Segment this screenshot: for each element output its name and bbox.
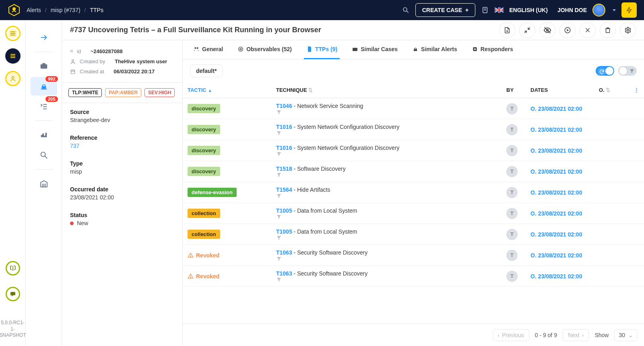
- create-case-button[interactable]: CREATE CASE +: [415, 3, 476, 17]
- breadcrumb-misp[interactable]: misp (#737): [51, 7, 80, 13]
- docs-icon[interactable]: [481, 6, 489, 14]
- by-avatar[interactable]: T: [506, 208, 518, 219]
- tactic-pill[interactable]: discovery: [188, 125, 220, 134]
- avatar[interactable]: [592, 4, 605, 17]
- funnel-icon[interactable]: [276, 172, 506, 178]
- filter-toggle[interactable]: [618, 66, 637, 76]
- technique-id[interactable]: T1564: [276, 186, 292, 193]
- prev-button[interactable]: ‹Previous: [493, 329, 529, 341]
- by-avatar[interactable]: T: [506, 229, 518, 240]
- next-button[interactable]: Next›: [563, 329, 589, 341]
- by-avatar[interactable]: T: [506, 145, 518, 156]
- breadcrumb-alerts[interactable]: Alerts: [27, 7, 41, 13]
- date-cell[interactable]: O. 23/08/2021 02:00: [530, 210, 599, 217]
- by-avatar[interactable]: T: [506, 271, 518, 282]
- run-button[interactable]: [559, 22, 576, 38]
- tab-general[interactable]: General: [191, 40, 225, 59]
- date-cell[interactable]: O. 23/08/2021 02:00: [530, 106, 599, 112]
- nav-tasks[interactable]: 205: [31, 97, 57, 116]
- funnel-icon[interactable]: [276, 151, 506, 157]
- tactic-pill[interactable]: defense-evasion: [188, 188, 237, 197]
- col-tactic[interactable]: TACTIC▲: [188, 87, 276, 93]
- language-selector[interactable]: ENGLISH (UK): [509, 7, 548, 13]
- table-row[interactable]: discoveryT1016 - System Network Configur…: [183, 119, 644, 140]
- by-avatar[interactable]: T: [506, 187, 518, 198]
- technique-id[interactable]: T1016: [276, 124, 292, 130]
- technique-id[interactable]: T1005: [276, 228, 292, 235]
- technique-id[interactable]: T1518: [276, 166, 292, 172]
- col-by[interactable]: BY: [506, 87, 530, 93]
- tactic-pill[interactable]: discovery: [188, 167, 220, 176]
- bolt-button[interactable]: [621, 2, 637, 18]
- chat-icon[interactable]: [6, 287, 20, 301]
- tactic-pill[interactable]: discovery: [188, 104, 220, 113]
- col-o[interactable]: O. ⇅: [599, 87, 623, 93]
- funnel-icon[interactable]: [276, 214, 506, 220]
- date-cell[interactable]: O. 23/08/2021 02:00: [530, 189, 599, 196]
- reference-link[interactable]: 737: [70, 143, 174, 149]
- by-avatar[interactable]: T: [506, 166, 518, 177]
- table-row[interactable]: discoveryT1518 - Software Discovery TO. …: [183, 161, 644, 182]
- nav-dashboards[interactable]: [31, 126, 57, 144]
- brain-icon[interactable]: [6, 261, 20, 276]
- table-row[interactable]: defense-evasionT1564 - Hide Artifacts TO…: [183, 182, 644, 203]
- date-cell[interactable]: O. 23/08/2021 02:00: [530, 126, 599, 133]
- app-logo[interactable]: [7, 3, 21, 17]
- tlp-tag[interactable]: TLP:WHITE: [68, 88, 102, 97]
- technique-id[interactable]: T1016: [276, 145, 292, 151]
- date-cell[interactable]: O. 23/08/2021 02:00: [530, 147, 599, 154]
- org-icon-2[interactable]: [5, 48, 21, 64]
- tab-similar-alerts[interactable]: Similar Alerts: [410, 40, 460, 59]
- table-row[interactable]: RevokedT1063 - Security Software Discove…: [183, 245, 644, 266]
- nav-enter[interactable]: [31, 28, 57, 47]
- date-cell[interactable]: O. 23/08/2021 02:00: [530, 273, 599, 280]
- nav-cases[interactable]: [31, 57, 57, 75]
- tactic-pill[interactable]: collection: [188, 209, 220, 218]
- date-cell[interactable]: O. 23/08/2021 02:00: [530, 252, 599, 259]
- col-technique[interactable]: TECHNIQUE ⇅: [276, 87, 506, 93]
- technique-id[interactable]: T1046: [276, 103, 292, 109]
- close-button[interactable]: [580, 22, 596, 38]
- delete-button[interactable]: [600, 22, 616, 38]
- chevron-down-icon[interactable]: [613, 9, 616, 11]
- technique-id[interactable]: T1063: [276, 249, 292, 256]
- collapse-button[interactable]: [519, 22, 535, 38]
- table-row[interactable]: RevokedT1063 - Security Software Discove…: [183, 266, 644, 287]
- funnel-icon[interactable]: [276, 193, 506, 199]
- page-size-select[interactable]: 30⌄: [614, 329, 638, 341]
- by-avatar[interactable]: T: [506, 250, 518, 261]
- username-label[interactable]: JOHN DOE: [557, 7, 587, 13]
- by-avatar[interactable]: T: [506, 103, 518, 114]
- hide-button[interactable]: [539, 22, 555, 38]
- table-row[interactable]: collectionT1005 - Data from Local System…: [183, 224, 644, 245]
- tab-observables[interactable]: Observables (52): [235, 40, 294, 59]
- col-dates[interactable]: DATES: [530, 87, 599, 93]
- new-file-button[interactable]: [499, 22, 515, 38]
- settings-button[interactable]: [620, 22, 636, 38]
- org-icon-1[interactable]: [5, 26, 21, 41]
- nav-alerts[interactable]: 992: [31, 77, 57, 95]
- nav-search[interactable]: [31, 146, 57, 164]
- technique-id[interactable]: T1005: [276, 207, 292, 214]
- nav-org[interactable]: [31, 174, 57, 193]
- technique-id[interactable]: T1063: [276, 270, 292, 277]
- table-row[interactable]: discoveryT1016 - System Network Configur…: [183, 140, 644, 161]
- tab-responders[interactable]: Responders: [469, 40, 516, 59]
- org-icon-3[interactable]: [5, 71, 21, 86]
- column-options-icon[interactable]: ⋮: [623, 87, 639, 93]
- date-cell[interactable]: O. 23/08/2021 02:00: [530, 168, 599, 175]
- table-row[interactable]: collectionT1005 - Data from Local System…: [183, 203, 644, 224]
- tactic-pill[interactable]: collection: [188, 230, 220, 239]
- funnel-icon[interactable]: [276, 109, 506, 115]
- autorefresh-toggle[interactable]: [596, 66, 614, 76]
- funnel-icon[interactable]: [276, 235, 506, 240]
- funnel-icon[interactable]: [276, 277, 506, 282]
- search-icon[interactable]: [402, 6, 410, 14]
- sev-tag[interactable]: SEV:HIGH: [144, 88, 175, 97]
- funnel-icon[interactable]: [276, 130, 506, 136]
- by-avatar[interactable]: T: [506, 124, 518, 135]
- tab-ttps[interactable]: TTPs (9): [304, 40, 340, 59]
- tab-similar-cases[interactable]: Similar Cases: [349, 40, 400, 59]
- pap-tag[interactable]: PAP:AMBER: [105, 88, 141, 97]
- funnel-icon[interactable]: [276, 256, 506, 261]
